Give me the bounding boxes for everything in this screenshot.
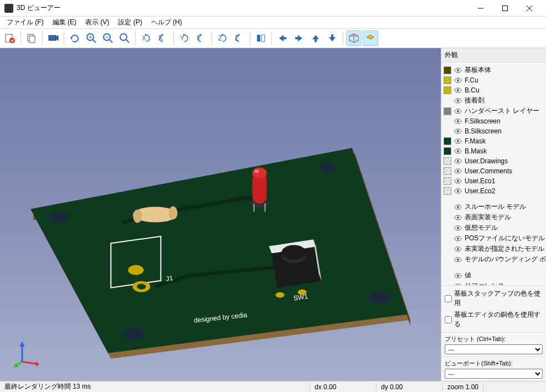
layer-swatch[interactable] <box>444 157 451 165</box>
layer-row[interactable]: F.Silkscreen <box>442 116 545 126</box>
board-editor-colors-checkbox-row[interactable]: 基板エディタの銅色を使用する <box>445 309 543 330</box>
minimize-button[interactable] <box>468 0 493 17</box>
eye-icon[interactable] <box>454 271 462 280</box>
layer-swatch[interactable] <box>444 127 451 135</box>
layer-swatch[interactable] <box>444 187 451 195</box>
3d-viewport[interactable]: J1 SW1 designed by cedia <box>0 48 441 381</box>
layer-row[interactable]: 接着剤 <box>442 95 545 106</box>
layer-swatch[interactable] <box>444 66 451 74</box>
layer-row[interactable]: B.Silkscreen <box>442 126 545 136</box>
model-row[interactable]: POSファイルにないモデル <box>442 233 545 244</box>
svg-point-98 <box>457 170 459 172</box>
layer-swatch[interactable] <box>444 117 451 125</box>
eye-icon[interactable] <box>454 76 462 85</box>
layer-swatch[interactable] <box>444 177 451 185</box>
rotate-y-cw-button[interactable]: Y <box>193 30 209 46</box>
model-row[interactable]: 表面実装モデル <box>442 212 545 223</box>
menu-edit[interactable]: 編集 (E) <box>48 17 81 28</box>
ortho-toggle-button[interactable] <box>346 30 362 46</box>
viewport-preset-select[interactable]: --- <box>445 369 543 379</box>
no-through-toggle-button[interactable] <box>363 30 378 46</box>
layer-row[interactable]: F.Mask <box>442 136 545 146</box>
layer-row[interactable]: User.Eco2 <box>442 186 545 196</box>
zoom-in-button[interactable] <box>84 30 99 46</box>
rotate-y-ccw-button[interactable]: Y <box>177 30 192 46</box>
layer-row[interactable]: User.Comments <box>442 166 545 176</box>
copy-button[interactable] <box>24 30 39 46</box>
layer-swatch[interactable] <box>444 147 451 155</box>
eye-icon[interactable] <box>454 86 462 95</box>
pan-up-button[interactable] <box>308 30 323 46</box>
layer-swatch[interactable] <box>444 107 451 115</box>
eye-icon[interactable] <box>454 66 462 75</box>
eye-icon[interactable] <box>454 127 462 136</box>
layer-swatch[interactable] <box>444 167 451 175</box>
menu-file[interactable]: ファイル (F) <box>2 17 48 28</box>
eye-icon[interactable] <box>454 147 462 156</box>
rotate-z-cw-button[interactable]: Z <box>231 30 247 46</box>
eye-icon[interactable] <box>454 107 462 116</box>
stackup-colors-checkbox-row[interactable]: 基板スタックアップの色を使用 <box>445 288 543 309</box>
zoom-fit-button[interactable] <box>117 30 132 46</box>
eye-icon[interactable] <box>454 203 462 212</box>
eye-icon[interactable] <box>454 167 462 176</box>
j1-label: J1 <box>166 274 174 283</box>
model-row[interactable]: 未実装が指定されたモデル <box>442 244 545 254</box>
eye-icon[interactable] <box>454 224 462 233</box>
board-editor-colors-checkbox[interactable] <box>445 316 452 323</box>
rotate-x-cw-button[interactable]: X <box>155 30 171 46</box>
model-label: モデルのバウンディング ボック <box>465 255 546 264</box>
svg-line-12 <box>93 40 96 43</box>
menu-help[interactable]: ヘルプ (H) <box>147 17 187 28</box>
layer-row[interactable]: ハンダペースト レイヤー <box>442 106 545 116</box>
stackup-colors-checkbox[interactable] <box>445 295 452 302</box>
render-button[interactable] <box>45 30 61 46</box>
eye-icon[interactable] <box>454 177 462 185</box>
flip-button[interactable] <box>253 30 269 46</box>
layer-list[interactable]: 基板本体F.CuB.Cu接着剤ハンダペースト レイヤーF.SilkscreenB… <box>441 63 546 285</box>
eye-icon[interactable] <box>454 187 462 195</box>
zoom-out-button[interactable] <box>100 30 116 46</box>
rotate-z-ccw-button[interactable]: Z <box>215 30 230 46</box>
rotate-x-ccw-button[interactable]: X <box>138 30 154 46</box>
refresh-view-button[interactable] <box>67 30 83 46</box>
layer-row[interactable]: B.Mask <box>442 146 545 156</box>
pan-left-button[interactable] <box>275 30 290 46</box>
close-button[interactable] <box>517 0 542 17</box>
eye-icon[interactable] <box>454 137 462 146</box>
pan-right-button[interactable] <box>291 30 307 46</box>
eye-icon[interactable] <box>454 96 462 105</box>
model-row[interactable]: スルーホール モデル <box>442 202 545 212</box>
attr-row[interactable]: リファレンス <box>442 281 545 285</box>
layer-row[interactable]: User.Drawings <box>442 156 545 166</box>
svg-marker-76 <box>19 342 25 347</box>
status-dx: dx 0.00 <box>310 383 377 391</box>
layer-row[interactable]: User.Eco1 <box>442 176 545 186</box>
layer-row[interactable]: 基板本体 <box>442 65 545 75</box>
preset-select[interactable]: --- <box>445 344 543 354</box>
model-row[interactable]: 仮想モデル <box>442 223 545 233</box>
appearance-sidebar: 外観 基板本体F.CuB.Cu接着剤ハンダペースト レイヤーF.Silkscre… <box>441 48 546 381</box>
eye-icon[interactable] <box>454 117 462 126</box>
attr-row[interactable]: 値 <box>442 270 545 281</box>
eye-icon[interactable] <box>454 255 462 264</box>
menu-settings[interactable]: 設定 (P) <box>114 17 146 28</box>
eye-icon[interactable] <box>454 157 462 166</box>
status-dy: dy 0.00 <box>377 383 443 391</box>
layer-swatch[interactable] <box>444 137 451 145</box>
eye-icon[interactable] <box>454 245 462 254</box>
layer-row[interactable]: B.Cu <box>442 85 545 95</box>
layer-swatch[interactable] <box>444 86 451 94</box>
eye-icon[interactable] <box>454 234 462 243</box>
eye-icon[interactable] <box>454 213 462 222</box>
reload-button[interactable] <box>2 30 18 46</box>
layer-label: User.Comments <box>465 167 512 175</box>
model-row[interactable]: モデルのバウンディング ボック <box>442 254 545 265</box>
maximize-button[interactable] <box>493 0 517 17</box>
layer-row[interactable]: F.Cu <box>442 75 545 85</box>
menu-view[interactable]: 表示 (V) <box>81 17 114 28</box>
layer-swatch[interactable] <box>444 76 451 84</box>
svg-point-84 <box>457 100 459 102</box>
layer-swatch[interactable] <box>444 97 451 105</box>
pan-down-button[interactable] <box>324 30 340 46</box>
